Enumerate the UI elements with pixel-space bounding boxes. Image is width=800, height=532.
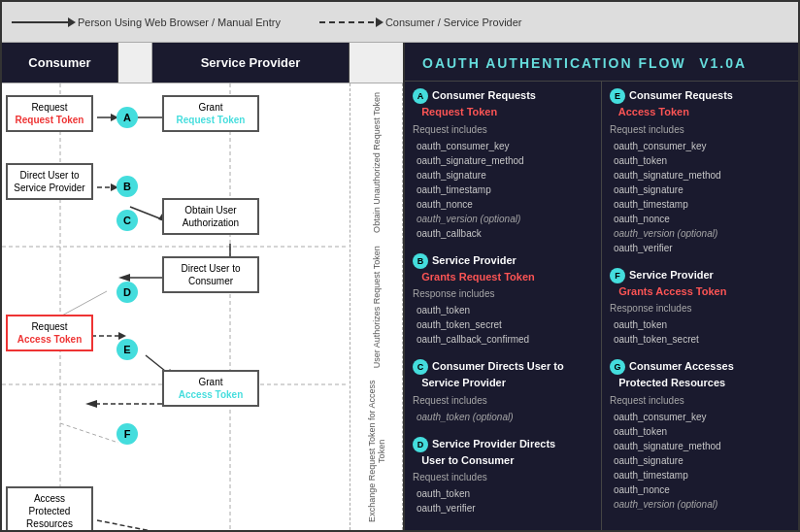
info-item: oauth_version (optional): [614, 226, 790, 241]
node-a: A: [117, 107, 138, 128]
info-item: oauth_verifier: [417, 501, 593, 515]
info-section-B: BService Provider Grants Request TokenRe…: [413, 252, 593, 348]
section-title2-A: Request Token: [421, 106, 497, 117]
info-item: oauth_token: [614, 424, 790, 439]
node-d: D: [117, 282, 138, 303]
diagram-panel: Consumer Service Provider: [2, 43, 405, 530]
node-f: F: [117, 423, 138, 445]
side-label-unauthorized: Obtain Unauthorized Request Token: [350, 83, 403, 241]
section-sub-A: Request includes: [413, 122, 593, 137]
box-obtain-user-auth: Obtain UserAuthorization: [162, 198, 259, 235]
svg-line-22: [60, 423, 118, 443]
info-item: oauth_signature_method: [614, 439, 790, 453]
dashed-line-icon: [319, 21, 378, 23]
svg-line-23: [97, 520, 293, 530]
node-e: E: [117, 339, 138, 360]
badge-B: B: [413, 253, 428, 269]
info-item: oauth_version (optional): [614, 497, 790, 512]
info-section-D: DService Provider Directs User to Consum…: [413, 436, 593, 516]
legend-bar: Person Using Web Browser / Manual Entry …: [2, 2, 798, 43]
info-section-G: GConsumer Accesses Protected ResourcesRe…: [610, 358, 790, 512]
info-item: oauth_token_secret: [417, 317, 593, 332]
info-item: oauth_signature: [614, 453, 790, 468]
section-header-B: BService Provider Grants Request Token: [413, 252, 593, 285]
info-item: oauth_consumer_key: [417, 139, 593, 153]
info-item: oauth_signature: [417, 168, 593, 183]
info-header: OAUTH AUTHENTICATION FLOW v1.0a: [405, 43, 798, 82]
info-item: oauth_verifier: [614, 241, 790, 255]
legend-solid-label: Person Using Web Browser / Manual Entry: [78, 17, 281, 28]
info-item: oauth_token: [417, 486, 593, 501]
info-item: oauth_consumer_key: [614, 410, 790, 424]
info-section-C: CConsumer Directs User to Service Provid…: [413, 358, 593, 424]
box-direct-user-consumer: Direct User toConsumer: [162, 256, 259, 293]
info-item: oauth_signature: [614, 183, 790, 197]
legend-dashed: Consumer / Service Provider: [319, 17, 522, 28]
info-columns: AConsumer Requests Request TokenRequest …: [405, 82, 798, 530]
badge-E: E: [610, 88, 625, 104]
svg-line-15: [60, 291, 107, 316]
badge-F: F: [610, 268, 625, 283]
node-c: C: [117, 210, 138, 231]
solid-line-icon: [12, 21, 70, 23]
oauth-version: v1.0a: [699, 55, 747, 71]
info-section-E: EConsumer Requests Access TokenRequest i…: [610, 87, 790, 255]
box-grant-request-token: GrantRequest Token: [162, 95, 259, 132]
badge-G: G: [610, 359, 625, 375]
info-item: oauth_timestamp: [614, 468, 790, 482]
oauth-title: OAUTH AUTHENTICATION FLOW: [422, 55, 686, 71]
section-header-G: GConsumer Accesses Protected Resources: [610, 358, 790, 391]
section-header-E: EConsumer Requests Access Token: [610, 87, 790, 120]
badge-C: C: [413, 359, 428, 375]
info-item: oauth_token: [614, 317, 790, 332]
section-sub-E: Request includes: [610, 122, 790, 137]
info-item: oauth_callback_confirmed: [417, 332, 593, 347]
box-access-protected: Access ProtectedResources: [6, 486, 93, 530]
info-item: oauth_nonce: [614, 482, 790, 497]
section-sub-C: Request includes: [413, 393, 593, 408]
info-item: oauth_signature_method: [417, 153, 593, 168]
svg-marker-14: [118, 274, 130, 282]
info-col-2: EConsumer Requests Access TokenRequest i…: [602, 82, 798, 530]
box-grant-access-token: GrantAccess Token: [162, 370, 259, 407]
info-section-A: AConsumer Requests Request TokenRequest …: [413, 87, 593, 241]
section-header-F: FService Provider Grants Access Token: [610, 267, 790, 300]
info-item: oauth_token: [614, 153, 790, 168]
info-item: oauth_nonce: [614, 212, 790, 226]
info-item: oauth_version (optional): [417, 212, 593, 226]
info-item: oauth_callback: [417, 226, 593, 241]
main-container: Person Using Web Browser / Manual Entry …: [0, 0, 800, 532]
box-direct-user: Direct User toService Provider: [6, 163, 93, 200]
section-header-A: AConsumer Requests Request Token: [413, 87, 593, 120]
info-item: oauth_timestamp: [614, 197, 790, 212]
info-item: oauth_token: [417, 303, 593, 317]
legend-dashed-label: Consumer / Service Provider: [385, 17, 522, 28]
section-title2-E: Access Token: [618, 106, 689, 117]
info-item: oauth_consumer_key: [614, 139, 790, 153]
badge-D: D: [413, 437, 428, 452]
section-title2-B: Grants Request Token: [421, 271, 535, 283]
section-sub-B: Response includes: [413, 286, 593, 301]
section-sub-F: Response includes: [610, 301, 790, 316]
side-label-user-auth: User Authorizes Request Token: [350, 241, 403, 373]
info-title: OAUTH AUTHENTICATION FLOW v1.0a: [417, 50, 786, 73]
section-sub-G: Request includes: [610, 393, 790, 408]
info-item: oauth_signature_method: [614, 168, 790, 183]
section-title2-F: Grants Access Token: [618, 285, 726, 297]
info-item: oauth_timestamp: [417, 183, 593, 197]
side-label-exchange: Exchange Request Token for Access Token: [350, 373, 403, 530]
info-panel: OAUTH AUTHENTICATION FLOW v1.0a AConsume…: [405, 43, 798, 530]
legend-solid: Person Using Web Browser / Manual Entry: [12, 17, 281, 28]
info-item: oauth_nonce: [417, 197, 593, 212]
svg-marker-21: [85, 400, 97, 408]
info-item: oauth_token (optional): [417, 410, 593, 424]
info-item: oauth_token_secret: [614, 332, 790, 347]
info-section-F: FService Provider Grants Access TokenRes…: [610, 267, 790, 348]
info-col-1: AConsumer Requests Request TokenRequest …: [405, 82, 602, 530]
service-col-title: Service Provider: [152, 43, 350, 83]
section-header-C: CConsumer Directs User to Service Provid…: [413, 358, 593, 391]
diagram-svg: [2, 83, 403, 530]
node-b: B: [117, 176, 138, 197]
section-sub-D: Request includes: [413, 470, 593, 484]
consumer-col-title: Consumer: [2, 43, 118, 83]
